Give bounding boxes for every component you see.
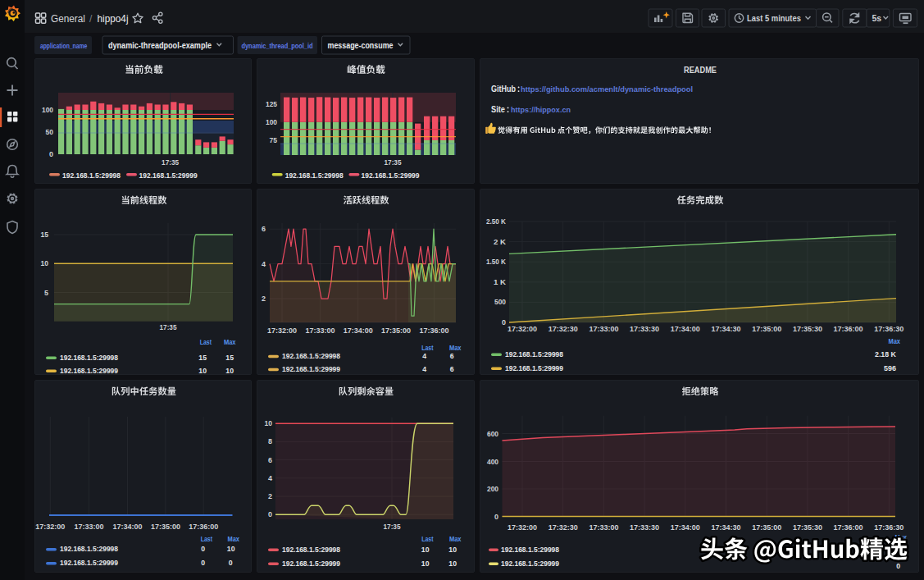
svg-text:2: 2 <box>262 295 266 303</box>
svg-text:15: 15 <box>41 231 49 239</box>
svg-text:192.168.1.5:29998: 192.168.1.5:29998 <box>62 171 121 180</box>
svg-text:17:32:00: 17:32:00 <box>508 325 537 333</box>
svg-text:17:33:00: 17:33:00 <box>589 325 618 333</box>
svg-text:192.168.1.5:29999: 192.168.1.5:29999 <box>139 171 198 180</box>
svg-text:17:33:00: 17:33:00 <box>589 523 618 532</box>
svg-text:8: 8 <box>268 437 272 445</box>
svg-text:17:35: 17:35 <box>385 158 402 167</box>
svg-text:192.168.1.5:29998: 192.168.1.5:29998 <box>505 350 563 359</box>
svg-text:192.168.1.5:29998: 192.168.1.5:29998 <box>282 546 340 554</box>
svg-text:10: 10 <box>421 559 430 568</box>
svg-text:Last: Last <box>200 338 212 346</box>
svg-text:4: 4 <box>422 352 426 360</box>
svg-text:192.168.1.5:29998: 192.168.1.5:29998 <box>282 352 340 360</box>
svg-text:17:34:00: 17:34:00 <box>344 327 373 335</box>
svg-text:192.168.1.5:29998: 192.168.1.5:29998 <box>285 171 344 180</box>
svg-text:2 K: 2 K <box>494 238 507 246</box>
svg-text:0: 0 <box>201 559 205 567</box>
svg-text:192.168.1.5:29999: 192.168.1.5:29999 <box>501 559 559 568</box>
svg-text:Max: Max <box>449 344 462 352</box>
svg-text:17:32:00: 17:32:00 <box>508 523 537 532</box>
svg-text:10: 10 <box>421 546 430 554</box>
svg-text:GitHub: GitHub <box>491 84 516 94</box>
svg-text:Site: Site <box>491 105 505 114</box>
svg-text:17:32:30: 17:32:30 <box>548 325 578 333</box>
svg-text:75: 75 <box>270 136 278 144</box>
svg-text:596: 596 <box>884 364 896 372</box>
svg-text:17:35:30: 17:35:30 <box>793 325 822 333</box>
svg-text:17:36:00: 17:36:00 <box>189 523 218 531</box>
svg-text:17:36:30: 17:36:30 <box>874 325 904 333</box>
svg-text:100: 100 <box>266 118 277 126</box>
svg-text:2.50 K: 2.50 K <box>486 217 507 226</box>
svg-text:0: 0 <box>201 545 205 553</box>
svg-text:4: 4 <box>422 365 426 373</box>
svg-text:10: 10 <box>448 546 457 554</box>
svg-text:17:35: 17:35 <box>384 523 401 531</box>
svg-text:17:34:00: 17:34:00 <box>113 523 143 531</box>
svg-text:Max: Max <box>227 535 239 543</box>
svg-text:17:35: 17:35 <box>160 323 177 331</box>
svg-text:192.168.1.5:29998: 192.168.1.5:29998 <box>60 354 118 362</box>
svg-text:192.168.1.5:29999: 192.168.1.5:29999 <box>505 364 563 372</box>
svg-text:6: 6 <box>450 365 454 373</box>
svg-text:15: 15 <box>225 354 234 362</box>
svg-text:1 K: 1 K <box>494 278 507 286</box>
svg-text:192.168.1.5:29999: 192.168.1.5:29999 <box>60 559 118 567</box>
svg-text:dynamic_thread_pool_id: dynamic_thread_pool_id <box>242 41 313 50</box>
svg-text:Last: Last <box>201 535 212 543</box>
svg-text:2.18 K: 2.18 K <box>875 350 897 359</box>
svg-text:Max: Max <box>449 535 462 543</box>
svg-text:Max: Max <box>888 337 900 345</box>
svg-text:10: 10 <box>227 545 235 553</box>
svg-text:17:35:00: 17:35:00 <box>151 523 180 531</box>
svg-text:17:36:00: 17:36:00 <box>419 327 448 335</box>
svg-text:6: 6 <box>268 456 272 464</box>
svg-text:5: 5 <box>44 289 48 297</box>
svg-text:500: 500 <box>494 298 506 306</box>
svg-text:6: 6 <box>262 225 266 233</box>
svg-text:0: 0 <box>229 559 233 567</box>
svg-text:192.168.1.5:29998: 192.168.1.5:29998 <box>60 545 118 553</box>
svg-text:0: 0 <box>502 318 506 327</box>
svg-text:17:34:30: 17:34:30 <box>712 325 741 333</box>
svg-text:0: 0 <box>49 150 53 158</box>
svg-text:192.168.1.5:29998: 192.168.1.5:29998 <box>501 546 559 554</box>
svg-text:10: 10 <box>41 259 49 267</box>
svg-text:17:33:00: 17:33:00 <box>74 523 103 531</box>
svg-text:17:32:30: 17:32:30 <box>548 523 578 532</box>
svg-text:4: 4 <box>268 474 272 482</box>
svg-text:15: 15 <box>198 354 207 362</box>
svg-text:17:32:00: 17:32:00 <box>35 523 65 531</box>
svg-text:17:35:00: 17:35:00 <box>752 325 781 333</box>
svg-text:17:34:00: 17:34:00 <box>671 325 700 333</box>
svg-text:10: 10 <box>225 367 234 375</box>
svg-text:2: 2 <box>268 492 272 500</box>
svg-text:17:33:00: 17:33:00 <box>305 327 335 335</box>
svg-text:100: 100 <box>42 106 53 114</box>
svg-text:125: 125 <box>266 100 277 108</box>
svg-text:hippo4j: hippo4j <box>98 13 129 25</box>
svg-text:Max: Max <box>224 338 236 346</box>
svg-text:dynamic-threadpool-example: dynamic-threadpool-example <box>108 41 212 50</box>
svg-text:17:32:00: 17:32:00 <box>267 327 297 335</box>
svg-text:application_name: application_name <box>40 41 88 50</box>
svg-text:200: 200 <box>487 485 498 493</box>
svg-text:General: General <box>51 13 85 25</box>
svg-text:Last 5 minutes: Last 5 minutes <box>747 13 801 23</box>
svg-text:50: 50 <box>46 128 54 136</box>
svg-text:17:33:30: 17:33:30 <box>630 325 659 333</box>
svg-text:192.168.1.5:29999: 192.168.1.5:29999 <box>362 171 420 180</box>
svg-text:192.168.1.5:29999: 192.168.1.5:29999 <box>282 365 340 373</box>
svg-text:0: 0 <box>494 513 498 521</box>
svg-text:600: 600 <box>487 430 498 438</box>
svg-text:README: README <box>684 65 717 75</box>
svg-text:17:35: 17:35 <box>162 158 179 167</box>
svg-text:17:35:00: 17:35:00 <box>381 327 411 335</box>
svg-text:1.50 K: 1.50 K <box>486 258 507 266</box>
svg-text:400: 400 <box>487 458 498 466</box>
svg-text:https://github.com/acmenlt/dyn: https://github.com/acmenlt/dynamic-threa… <box>521 84 693 94</box>
svg-text:message-consume: message-consume <box>328 41 394 50</box>
svg-text:Last: Last <box>421 535 433 543</box>
svg-text:17:33:30: 17:33:30 <box>630 523 659 532</box>
